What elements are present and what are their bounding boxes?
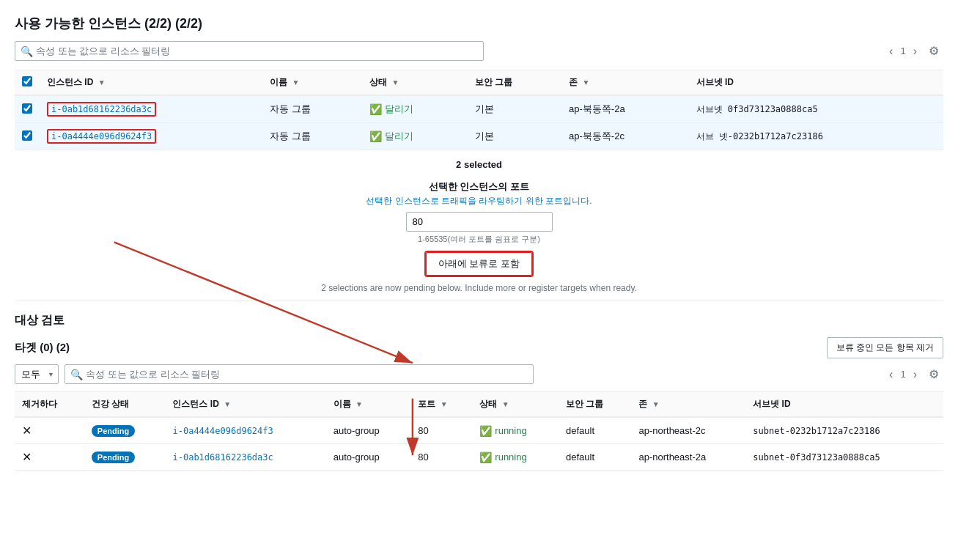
section-divider — [15, 301, 943, 301]
select-all-checkbox[interactable] — [22, 76, 32, 86]
col-instance-id: 인스턴스 ID ▼ — [40, 70, 262, 96]
sort-icon: ▼ — [224, 400, 231, 408]
target-header-row: 제거하다 건강 상태 인스턴스 ID ▼ 이름 ▼ 포트 ▼ 상태 ▼ 보안 그… — [15, 392, 943, 418]
t-security-group-cell: default — [559, 417, 631, 444]
col-t-port: 포트 ▼ — [410, 392, 472, 418]
status-icon: ✅ — [369, 103, 382, 115]
target-header-label: 타겟 (0) (2) — [15, 341, 70, 355]
row-checkbox-cell — [15, 95, 40, 123]
health-cell: Pending — [84, 417, 166, 444]
t-subnet-cell: subnet-0f3d73123a0888ca5 — [745, 444, 943, 471]
section-title: 사용 가능한 인스턴스 (2/2) (2/2) — [15, 15, 943, 32]
t-zone-cell: ap-northeast-2a — [631, 444, 745, 471]
instance-subnet-cell: 서브 넷-0232b1712a7c23186 — [689, 123, 943, 150]
instance-id-value: i-0ab1d68162236da3c — [47, 102, 156, 117]
t-name-cell: auto-group — [326, 444, 411, 471]
row-checkbox[interactable] — [22, 103, 32, 114]
instance-name-cell: 자동 그룹 — [262, 123, 362, 150]
port-section: 선택한 인스턴스의 포트 선택한 인스턴스로 트래픽을 라우팅하기 위한 포트입… — [333, 180, 626, 245]
port-input[interactable] — [406, 212, 553, 232]
remove-all-button[interactable]: 보류 중인 모든 항목 제거 — [827, 337, 943, 358]
target-table-row: ✕ Pending i-0ab1d68162236da3c auto-group… — [15, 444, 943, 471]
t-status-value: ✅ running — [479, 425, 551, 437]
col-remove: 제거하다 — [15, 392, 84, 418]
instance-id-cell: i-0ab1d68162236da3c — [40, 95, 262, 123]
search-input[interactable] — [15, 41, 484, 61]
target-settings-button[interactable]: ⚙ — [924, 366, 943, 383]
search-icon: 🔍 — [21, 45, 33, 57]
instance-name-cell: 자동 그룹 — [262, 95, 362, 123]
remove-button[interactable]: ✕ — [22, 424, 32, 437]
port-section-label: 선택한 인스턴스의 포트 — [333, 180, 626, 194]
t-status-cell: ✅ running — [472, 444, 559, 471]
target-prev-page-button[interactable]: ‹ — [885, 366, 897, 383]
target-pagination: ‹ 1 › ⚙ — [885, 366, 943, 383]
filter-row: 🔍 ‹ 1 › ⚙ — [15, 41, 943, 61]
instance-id-value: i-0a4444e096d9624f3 — [47, 129, 156, 144]
col-subnet-id: 서브넷 ID — [689, 70, 943, 96]
include-btn-wrap: 아래에 보류로 포함 — [15, 252, 943, 276]
sort-icon: ▼ — [441, 400, 448, 408]
table-header-row: 인스턴스 ID ▼ 이름 ▼ 상태 ▼ 보안 그룹 존 ▼ 서브넷 ID — [15, 70, 943, 96]
remove-button[interactable]: ✕ — [22, 451, 32, 463]
t-status-value: ✅ running — [479, 452, 551, 463]
target-filter-row: 모두 🔍 ‹ 1 › ⚙ — [15, 364, 943, 384]
settings-button[interactable]: ⚙ — [924, 43, 943, 59]
instance-security-group-cell: 기본 — [468, 123, 561, 150]
col-t-instance-id: 인스턴스 ID ▼ — [165, 392, 325, 418]
include-below-button[interactable]: 아래에 보류로 포함 — [426, 252, 532, 276]
table-row: i-0a4444e096d9624f3 자동 그룹 ✅ 달리기 기본 ap-북동… — [15, 123, 943, 150]
instance-subnet-cell: 서브넷 0f3d73123a0888ca5 — [689, 95, 943, 123]
row-checkbox-cell — [15, 123, 40, 150]
status-icon: ✅ — [369, 130, 382, 142]
col-t-name: 이름 ▼ — [326, 392, 411, 418]
col-t-status: 상태 ▼ — [472, 392, 559, 418]
select-all-header — [15, 70, 40, 96]
t-instance-id-cell: i-0a4444e096d9624f3 — [165, 417, 325, 444]
col-name: 이름 ▼ — [262, 70, 362, 96]
target-select[interactable]: 모두 — [15, 364, 59, 384]
col-t-zone: 존 ▼ — [631, 392, 745, 418]
t-port-cell: 80 — [410, 417, 472, 444]
instance-id-cell: i-0a4444e096d9624f3 — [40, 123, 262, 150]
t-status-icon: ✅ — [479, 425, 492, 437]
t-zone-cell: ap-northeast-2c — [631, 417, 745, 444]
remove-cell: ✕ — [15, 417, 84, 444]
target-search-input[interactable] — [65, 364, 534, 384]
remove-cell: ✕ — [15, 444, 84, 471]
t-status-cell: ✅ running — [472, 417, 559, 444]
target-select-wrap: 모두 — [15, 364, 59, 384]
instance-zone-cell: ap-북동쪽-2a — [561, 95, 689, 123]
sort-icon: ▼ — [652, 400, 660, 408]
target-next-page-button[interactable]: › — [909, 366, 921, 383]
health-cell: Pending — [84, 444, 166, 471]
t-subnet-cell: subnet-0232b1712a7c23186 — [745, 417, 943, 444]
next-page-button[interactable]: › — [909, 43, 921, 59]
t-instance-id-cell: i-0ab1d68162236da3c — [165, 444, 325, 471]
t-security-group-cell: default — [559, 444, 631, 471]
t-status-icon: ✅ — [479, 452, 492, 463]
t-port-cell: 80 — [410, 444, 472, 471]
page-number: 1 — [900, 45, 905, 56]
status-value: ✅ 달리기 — [369, 130, 460, 143]
sort-icon: ▼ — [292, 78, 300, 86]
col-t-security-group: 보안 그룹 — [559, 392, 631, 418]
target-page-number: 1 — [900, 369, 905, 380]
target-table: 제거하다 건강 상태 인스턴스 ID ▼ 이름 ▼ 포트 ▼ 상태 ▼ 보안 그… — [15, 391, 943, 471]
target-review-title: 대상 검토 — [15, 313, 943, 328]
prev-page-button[interactable]: ‹ — [885, 43, 897, 59]
target-search-icon: 🔍 — [70, 369, 83, 380]
col-t-subnet-id: 서브넷 ID — [745, 392, 943, 418]
sort-icon: ▼ — [355, 400, 363, 408]
instance-status-cell: ✅ 달리기 — [362, 95, 468, 123]
sort-icon: ▼ — [98, 78, 106, 86]
row-checkbox[interactable] — [22, 130, 32, 141]
target-search-input-wrap: 🔍 — [65, 364, 534, 384]
health-badge: Pending — [92, 452, 135, 463]
t-name-cell: auto-group — [326, 417, 411, 444]
col-security-group: 보안 그룹 — [468, 70, 561, 96]
instance-zone-cell: ap-북동쪽-2c — [561, 123, 689, 150]
target-header: 타겟 (0) (2) 보류 중인 모든 항목 제거 — [15, 337, 943, 358]
target-table-row: ✕ Pending i-0a4444e096d9624f3 auto-group… — [15, 417, 943, 444]
pending-message: 2 selections are now pending below. Incl… — [15, 283, 943, 293]
